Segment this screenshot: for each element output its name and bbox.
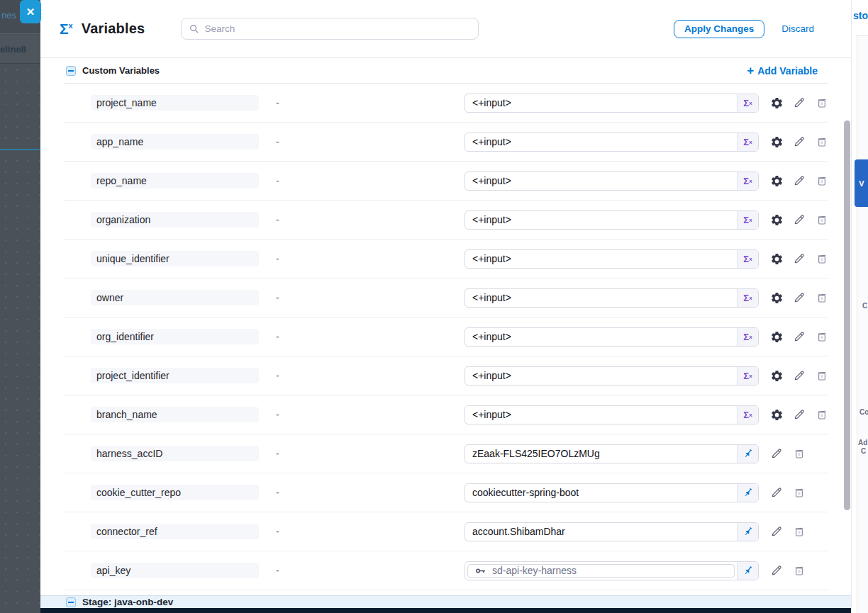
variable-value-input[interactable]: <+input> Σx (464, 249, 759, 269)
variable-description: - (276, 448, 283, 459)
runtime-input-icon[interactable]: Σx (737, 172, 758, 190)
delete-icon[interactable] (791, 485, 807, 500)
variable-description: - (276, 253, 283, 264)
scrollbar-thumb[interactable] (844, 120, 850, 510)
variable-value-input[interactable]: <+input> Σx (464, 327, 759, 347)
search-input[interactable] (204, 23, 471, 34)
edit-icon[interactable] (791, 134, 807, 150)
dimmed-background: nes eline8 (0, 0, 40, 613)
secret-value-box: sd-api-key-harness (467, 564, 735, 578)
runtime-input-icon[interactable]: Σx (737, 133, 758, 151)
delete-icon[interactable] (814, 134, 830, 150)
collapse-icon[interactable] (66, 597, 76, 607)
settings-icon[interactable] (769, 329, 784, 344)
variable-value: <+input> (465, 367, 737, 385)
custom-variables-section-header: Custom Variables + Add Variable (64, 58, 828, 84)
canvas-selection-line (0, 149, 40, 150)
settings-icon[interactable] (769, 407, 784, 422)
settings-icon[interactable] (769, 134, 784, 150)
variable-value-input[interactable]: account.ShibamDhar Σx (464, 522, 759, 541)
variable-value-input[interactable]: sd-api-key-harness Σx (464, 561, 759, 580)
edit-icon[interactable] (791, 95, 807, 111)
delete-icon[interactable] (814, 173, 830, 189)
variable-name: connector_ref (91, 524, 259, 539)
edit-icon[interactable] (791, 251, 807, 266)
edit-icon[interactable] (769, 563, 784, 578)
variable-value-input[interactable]: <+input> Σx (464, 133, 759, 152)
add-variable-button[interactable]: + Add Variable (747, 64, 828, 77)
edit-icon[interactable] (791, 368, 807, 383)
delete-icon[interactable] (814, 212, 830, 227)
stage-section-header[interactable]: Stage: java-onb-dev (40, 595, 851, 608)
tab-variables-vertical[interactable]: V (855, 159, 868, 207)
edit-icon[interactable] (791, 212, 807, 227)
delete-icon[interactable] (814, 407, 830, 422)
search-box[interactable] (181, 18, 479, 40)
table-row: app_name - <+input> Σx (64, 123, 828, 162)
pin-icon[interactable] (737, 445, 758, 463)
variable-value-input[interactable]: <+input> Σx (464, 94, 759, 113)
close-button[interactable]: ✕ (20, 0, 41, 23)
variable-description: - (276, 292, 283, 303)
drawer-header: Σx Variables Apply Changes Discard (40, 0, 851, 58)
settings-icon[interactable] (769, 290, 784, 305)
edit-icon[interactable] (769, 446, 784, 461)
delete-icon[interactable] (814, 95, 830, 111)
background-pipeline-tab: eline8 (0, 35, 40, 64)
row-actions (769, 407, 830, 422)
variable-value: <+input> (465, 406, 737, 424)
history-link-fragment[interactable]: stor (853, 10, 868, 21)
variable-value-input[interactable]: <+input> Σx (464, 288, 759, 308)
settings-icon[interactable] (769, 368, 784, 383)
discard-button[interactable]: Discard (781, 23, 814, 34)
settings-icon[interactable] (769, 251, 784, 266)
delete-icon[interactable] (814, 251, 830, 266)
delete-icon[interactable] (814, 290, 830, 305)
delete-icon[interactable] (791, 446, 807, 461)
settings-icon[interactable] (769, 212, 784, 227)
runtime-input-icon[interactable]: Σx (737, 367, 758, 385)
settings-icon[interactable] (769, 95, 784, 111)
runtime-input-icon[interactable]: Σx (737, 250, 758, 268)
edit-icon[interactable] (769, 485, 784, 500)
edit-icon[interactable] (791, 173, 807, 189)
table-row: branch_name - <+input> Σx (64, 395, 828, 434)
section-title: Custom Variables (82, 65, 160, 76)
variable-name: owner (91, 290, 259, 305)
variable-value-input[interactable]: <+input> Σx (464, 405, 759, 424)
edit-icon[interactable] (769, 524, 784, 539)
runtime-input-icon[interactable]: Σx (737, 406, 758, 424)
rail-panel (857, 36, 868, 613)
table-row: connector_ref - account.ShibamDhar Σx (64, 512, 828, 551)
edit-icon[interactable] (791, 407, 807, 422)
settings-icon[interactable] (769, 173, 784, 189)
secret-value-text: sd-api-key-harness (492, 565, 577, 576)
variable-value-input[interactable]: <+input> Σx (464, 171, 759, 191)
runtime-input-icon[interactable]: Σx (737, 328, 758, 346)
edit-icon[interactable] (791, 290, 807, 305)
delete-icon[interactable] (814, 368, 830, 383)
variable-value-input[interactable]: zEaak-FLS425IEO7OLzMUg Σx (464, 444, 759, 463)
runtime-input-icon[interactable]: Σx (737, 94, 758, 112)
row-actions (769, 485, 807, 500)
variable-name: harness_accID (91, 446, 259, 461)
collapse-icon[interactable] (66, 66, 76, 76)
rail-label-fragment: C (861, 447, 866, 455)
variable-value-input[interactable]: cookiecutter-spring-boot Σx (464, 483, 759, 502)
pipeline-name-fragment: eline8 (0, 44, 26, 55)
variable-value-input[interactable]: <+input> Σx (464, 366, 759, 386)
runtime-input-icon[interactable]: Σx (737, 211, 758, 229)
row-actions (769, 95, 830, 111)
pin-icon[interactable] (737, 523, 758, 541)
delete-icon[interactable] (791, 524, 807, 539)
variable-value-input[interactable]: <+input> Σx (464, 210, 759, 230)
variable-description: - (276, 565, 283, 576)
runtime-input-icon[interactable]: Σx (737, 289, 758, 307)
edit-icon[interactable] (791, 329, 807, 344)
delete-icon[interactable] (791, 563, 807, 578)
pin-icon[interactable] (737, 484, 758, 502)
apply-changes-button[interactable]: Apply Changes (674, 20, 764, 38)
pin-icon[interactable] (737, 562, 758, 580)
delete-icon[interactable] (814, 329, 830, 344)
variable-name: branch_name (91, 407, 259, 422)
